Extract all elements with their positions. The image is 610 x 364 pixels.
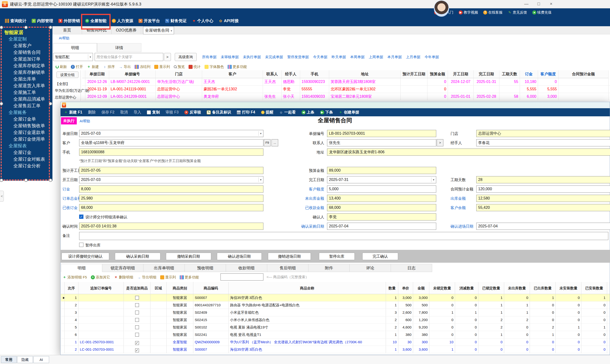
detail-tab[interactable]: 收款明细 — [226, 264, 267, 272]
filter-link[interactable]: 所有单据 — [202, 55, 216, 59]
menu-item-3[interactable]: ¥外部营销 — [56, 17, 82, 25]
header-cell[interactable]: 客户额度 — [538, 70, 558, 78]
menu-item-8[interactable]: ♥个人中心 — [189, 17, 216, 25]
field-link-label[interactable]: 未出库金额 — [274, 196, 324, 201]
detail-toolbar-button[interactable]: →导出明细 — [137, 275, 156, 280]
action-button[interactable]: 撤销进场日期 — [268, 253, 311, 260]
dialog-toolbar-button[interactable]: +新建 F1 — [64, 110, 82, 115]
header-cell[interactable]: 商品全称 — [229, 282, 386, 294]
product-code-search-input[interactable] — [221, 273, 263, 281]
detail-row[interactable]: 3智能家居S02409小米蓝牙音箱红色32,6007,8001111000 — [61, 309, 610, 316]
dialog-ai-help-link[interactable]: AI帮助 — [80, 119, 90, 123]
toolbar-button[interactable]: 字体颜色 — [205, 65, 224, 69]
form-field[interactable]: 全场景-q1168号-玉龙华府 — [79, 139, 263, 146]
table-row[interactable]: 2024-11-19LA-001-241119-0001总部运营中心豪园2栋一单… — [82, 86, 610, 93]
detail-tab[interactable]: 锁定库存明细 — [102, 264, 143, 272]
dialog-toolbar-button[interactable]: ☺一起看 — [279, 110, 296, 115]
maximize-button[interactable]: □ — [535, 0, 543, 8]
filter-link[interactable]: 昨天单据 — [332, 55, 346, 59]
selection-handle[interactable] — [49, 102, 52, 105]
form-field[interactable]: 16810090088 — [79, 148, 263, 156]
table-row[interactable]: 2024-12-26LB-M007-241226-0001华为生活馆(万达广场)… — [82, 78, 610, 86]
selection-handle[interactable] — [0, 179, 3, 182]
toolbar-button[interactable]: 刷新 — [55, 65, 67, 69]
header-cell[interactable]: 未安装数量 — [556, 282, 581, 294]
form-field[interactable]: 13,400 — [327, 195, 436, 202]
dialog-toolbar-button[interactable]: +创建单据 — [339, 110, 359, 115]
detail-row[interactable]: 2LC-001-250703-0001✓智能家居S00007海信35空调 3匹白… — [61, 346, 610, 353]
form-field[interactable]: 28 — [476, 176, 610, 183]
header-cell[interactable]: 工程 — [607, 282, 610, 294]
selection-handle[interactable] — [24, 26, 28, 29]
action-button[interactable]: 完工确认 — [362, 253, 398, 260]
filter-link[interactable]: 今天单据 — [313, 55, 327, 59]
form-field[interactable]: 2025-07-04 — [476, 223, 610, 230]
quick-link-3[interactable]: ?在线客服 — [483, 10, 503, 15]
row-checkbox-unchecked[interactable] — [135, 303, 139, 307]
filter-link[interactable]: 未完成单据 — [265, 55, 283, 59]
quick-link-2[interactable]: ▶教学视频 — [459, 10, 478, 15]
header-cell[interactable]: 开工日期 — [448, 70, 474, 78]
form-field[interactable]: 总部运营中心 — [476, 130, 610, 137]
form-field[interactable]: 120,000 — [476, 185, 610, 193]
form-field[interactable]: 89,000 — [327, 167, 436, 174]
row-checkbox-unchecked[interactable] — [135, 318, 139, 322]
menu-item-1[interactable]: 查询统计 — [2, 17, 29, 25]
field-link-label[interactable]: 出库金额 — [451, 196, 475, 201]
tab-3[interactable]: O2O优惠券 — [112, 26, 141, 34]
bottom-button-1[interactable]: 常用 — [1, 356, 17, 363]
header-cell[interactable]: 已出库数量 — [530, 282, 556, 294]
form-field[interactable]: 2025-07-05 — [79, 167, 263, 174]
header-cell[interactable] — [82, 70, 85, 78]
menu-item-9[interactable]: ✿API对接 — [216, 17, 241, 25]
form-field[interactable]: 68,000 — [79, 204, 263, 211]
table-row[interactable]: 2024-12-09LA-001-241209-0001总部运营中心奥龙华府张先… — [82, 93, 610, 100]
detail-toolbar-button[interactable]: +添加其它 — [91, 275, 110, 280]
action-button[interactable]: 暂停出库 — [319, 253, 355, 260]
minimize-button[interactable]: — — [522, 0, 530, 8]
filter-link[interactable]: 本月单据 — [387, 55, 402, 59]
detail-tab[interactable]: 评论 — [350, 264, 391, 272]
header-cell[interactable]: 已锁定数量 — [479, 282, 504, 294]
filter-link[interactable]: 暂停发货单据 — [287, 55, 309, 59]
header-cell[interactable]: 追加订单编号 — [78, 282, 124, 294]
header-cell[interactable]: 手机 — [300, 70, 329, 78]
form-field[interactable]: 李春花 — [476, 139, 610, 146]
field-link-label[interactable]: 确认采购日期 — [274, 224, 324, 229]
header-cell[interactable]: 已安装数量 — [581, 282, 607, 294]
detail-tab[interactable]: 日志 — [391, 264, 432, 272]
field-link-label[interactable]: 已收款金额 — [274, 206, 324, 210]
detail-toolbar-button[interactable]: 更多功能 — [180, 275, 199, 280]
header-cell[interactable]: 预算金额 — [428, 70, 448, 78]
header-cell[interactable]: 经手人 — [282, 70, 300, 78]
header-cell[interactable]: 地址 — [329, 70, 401, 78]
header-cell[interactable]: 合同预计金额 — [558, 70, 609, 78]
header-cell[interactable]: 区域 — [150, 282, 167, 294]
form-field[interactable]: 25,980 — [79, 195, 263, 202]
header-cell[interactable]: 预计开工日期 — [401, 70, 428, 78]
toolbar-button[interactable]: →导出 — [119, 65, 131, 69]
row-checkbox-unchecked[interactable] — [135, 311, 139, 314]
action-button[interactable]: 撤销采购日期 — [166, 253, 211, 260]
field-button[interactable]: > — [437, 139, 443, 146]
quick-link-4[interactable]: ✎意见反馈 — [508, 10, 527, 15]
header-cell[interactable]: 是否追加商品 — [124, 282, 150, 294]
header-cell[interactable]: 次序 — [65, 282, 78, 294]
row-checkbox-unchecked[interactable] — [135, 325, 139, 329]
detail-toolbar-button[interactable]: 显示列 — [160, 275, 176, 280]
form-field[interactable]: 8,000 — [79, 185, 263, 193]
group-item-store2[interactable]: 总部运营中心 — [55, 95, 76, 100]
header-cell[interactable]: 工期天数 — [499, 70, 520, 78]
toolbar-button[interactable]: +新建 — [87, 65, 99, 69]
menu-item-2[interactable]: ≡内部管理 — [29, 17, 56, 25]
form-field[interactable]: 68,000 — [327, 204, 436, 211]
detail-toolbar-button[interactable]: +添加明细 F5 — [63, 275, 87, 280]
toolbar-button[interactable]: 显示列 — [154, 65, 170, 69]
header-cell[interactable]: 商品编码 — [193, 282, 229, 294]
header-cell[interactable]: 单据编号 — [109, 70, 156, 78]
sidebar-collapse-handle[interactable]: < — [0, 191, 4, 202]
detail-tab[interactable]: 售后明细 — [267, 264, 309, 272]
action-button[interactable]: 确认采购日期 — [115, 253, 160, 260]
advanced-search-button[interactable]: 高级查询 — [175, 53, 197, 61]
menu-item-6[interactable]: ✕开发平台 — [136, 17, 163, 25]
